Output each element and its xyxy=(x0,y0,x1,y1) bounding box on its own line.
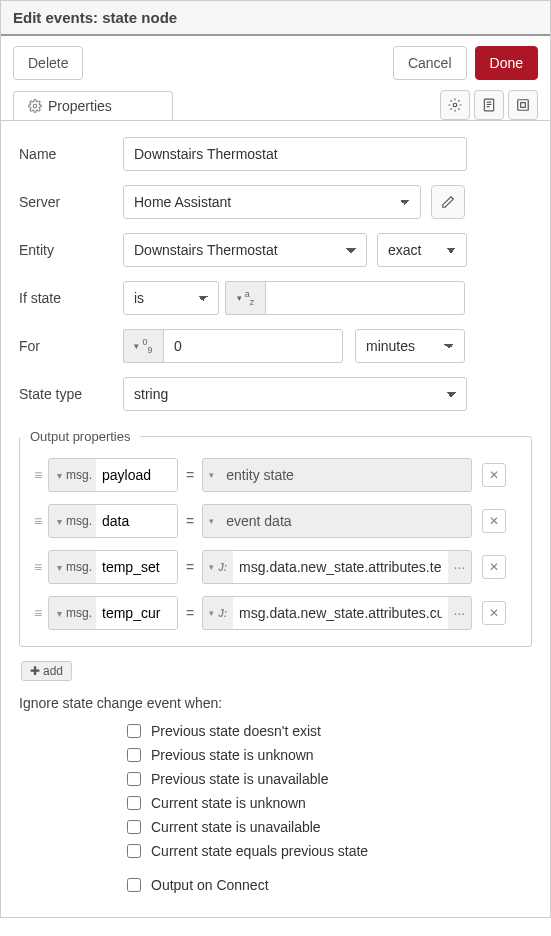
entity-label: Entity xyxy=(19,242,123,258)
ignore-checkbox[interactable] xyxy=(127,844,141,858)
server-label: Server xyxy=(19,194,123,210)
output-properties-legend: Output properties xyxy=(20,425,140,448)
msg-key-box[interactable]: ▾msg. xyxy=(48,504,178,538)
svg-point-1 xyxy=(453,103,457,107)
output-row: ≡▾msg.=▾J:···✕ xyxy=(28,590,523,636)
value-type-button[interactable]: ▾ xyxy=(203,516,220,526)
value-box[interactable]: ▾J:··· xyxy=(202,550,472,584)
for-type-button[interactable]: ▾ 09 xyxy=(123,329,163,363)
svg-rect-7 xyxy=(521,103,526,108)
tab-properties-label: Properties xyxy=(48,98,112,114)
delete-row-button[interactable]: ✕ xyxy=(482,509,506,533)
ignore-check-label: Current state equals previous state xyxy=(151,843,368,859)
value-input[interactable] xyxy=(233,597,447,629)
output-row: ≡▾msg.=▾✕ xyxy=(28,452,523,498)
msg-key-input[interactable] xyxy=(96,597,177,629)
ifstate-input[interactable] xyxy=(265,281,465,315)
drag-handle-icon[interactable]: ≡ xyxy=(28,605,48,621)
action-bar: Delete Cancel Done xyxy=(1,36,550,90)
ignore-checkbox[interactable] xyxy=(127,796,141,810)
entity-mode-select[interactable]: exact xyxy=(377,233,467,267)
value-type-button[interactable]: ▾J: xyxy=(203,562,233,573)
msg-key-input[interactable] xyxy=(96,505,177,537)
delete-row-button[interactable]: ✕ xyxy=(482,463,506,487)
ignore-check-row[interactable]: Current state is unavailable xyxy=(127,819,532,835)
for-units-select[interactable]: minutes xyxy=(355,329,465,363)
entity-select[interactable]: Downstairs Thermostat xyxy=(123,233,367,267)
ifstate-op-select[interactable]: is xyxy=(123,281,219,315)
tab-properties[interactable]: Properties xyxy=(13,91,173,120)
edit-server-button[interactable] xyxy=(431,185,465,219)
ignore-check-row[interactable]: Previous state is unavailable xyxy=(127,771,532,787)
ifstate-type-button[interactable]: ▾ az xyxy=(225,281,265,315)
form-body: Name Server Home Assistant Entity Downst… xyxy=(1,121,550,917)
ignore-check-label: Previous state doesn't exist xyxy=(151,723,321,739)
ifstate-label: If state xyxy=(19,290,123,306)
cancel-button[interactable]: Cancel xyxy=(393,46,467,80)
output-on-connect-checkbox[interactable] xyxy=(127,878,141,892)
value-input[interactable] xyxy=(220,505,471,537)
msg-key-box[interactable]: ▾msg. xyxy=(48,458,178,492)
msg-key-box[interactable]: ▾msg. xyxy=(48,596,178,630)
output-on-connect-row[interactable]: Output on Connect xyxy=(127,877,532,893)
panel-title: Edit events: state node xyxy=(1,1,550,36)
output-row: ≡▾msg.=▾✕ xyxy=(28,498,523,544)
plus-icon: ✚ xyxy=(30,664,40,678)
expand-expression-button[interactable]: ··· xyxy=(448,559,472,575)
msg-key-input[interactable] xyxy=(96,459,177,491)
value-input[interactable] xyxy=(220,459,471,491)
output-properties-box: Output properties ≡▾msg.=▾✕≡▾msg.=▾✕≡▾ms… xyxy=(19,425,532,647)
delete-button[interactable]: Delete xyxy=(13,46,83,80)
tab-bar: Properties xyxy=(1,90,550,121)
ignore-check-label: Current state is unavailable xyxy=(151,819,321,835)
value-box[interactable]: ▾J:··· xyxy=(202,596,472,630)
msg-key-box[interactable]: ▾msg. xyxy=(48,550,178,584)
value-box[interactable]: ▾ xyxy=(202,458,472,492)
value-input[interactable] xyxy=(233,551,447,583)
statetype-label: State type xyxy=(19,386,123,402)
done-button[interactable]: Done xyxy=(475,46,538,80)
svg-rect-6 xyxy=(518,100,529,111)
gear-icon xyxy=(28,99,42,113)
expand-button[interactable] xyxy=(508,90,538,120)
output-row: ≡▾msg.=▾J:···✕ xyxy=(28,544,523,590)
editor-panel: Edit events: state node Delete Cancel Do… xyxy=(0,0,551,918)
equals-sign: = xyxy=(186,467,194,483)
ignore-label: Ignore state change event when: xyxy=(19,695,532,711)
settings-button[interactable] xyxy=(440,90,470,120)
for-input[interactable] xyxy=(163,329,343,363)
for-label: For xyxy=(19,338,123,354)
ignore-checkbox[interactable] xyxy=(127,748,141,762)
docs-button[interactable] xyxy=(474,90,504,120)
ignore-check-row[interactable]: Previous state is unknown xyxy=(127,747,532,763)
equals-sign: = xyxy=(186,513,194,529)
svg-point-0 xyxy=(33,104,37,108)
equals-sign: = xyxy=(186,605,194,621)
ignore-checkbox[interactable] xyxy=(127,772,141,786)
ignore-check-label: Previous state is unknown xyxy=(151,747,314,763)
delete-row-button[interactable]: ✕ xyxy=(482,555,506,579)
value-type-button[interactable]: ▾J: xyxy=(203,608,233,619)
add-output-button[interactable]: ✚add xyxy=(21,661,72,681)
statetype-select[interactable]: string xyxy=(123,377,467,411)
name-label: Name xyxy=(19,146,123,162)
ignore-checkbox[interactable] xyxy=(127,820,141,834)
server-select[interactable]: Home Assistant xyxy=(123,185,421,219)
value-box[interactable]: ▾ xyxy=(202,504,472,538)
msg-key-input[interactable] xyxy=(96,551,177,583)
name-input[interactable] xyxy=(123,137,467,171)
output-on-connect-label: Output on Connect xyxy=(151,877,269,893)
delete-row-button[interactable]: ✕ xyxy=(482,601,506,625)
equals-sign: = xyxy=(186,559,194,575)
value-type-button[interactable]: ▾ xyxy=(203,470,220,480)
ignore-check-label: Previous state is unavailable xyxy=(151,771,328,787)
expand-expression-button[interactable]: ··· xyxy=(448,605,472,621)
drag-handle-icon[interactable]: ≡ xyxy=(28,513,48,529)
ignore-check-row[interactable]: Current state is unknown xyxy=(127,795,532,811)
ignore-check-label: Current state is unknown xyxy=(151,795,306,811)
drag-handle-icon[interactable]: ≡ xyxy=(28,467,48,483)
ignore-check-row[interactable]: Previous state doesn't exist xyxy=(127,723,532,739)
drag-handle-icon[interactable]: ≡ xyxy=(28,559,48,575)
ignore-check-row[interactable]: Current state equals previous state xyxy=(127,843,532,859)
ignore-checkbox[interactable] xyxy=(127,724,141,738)
